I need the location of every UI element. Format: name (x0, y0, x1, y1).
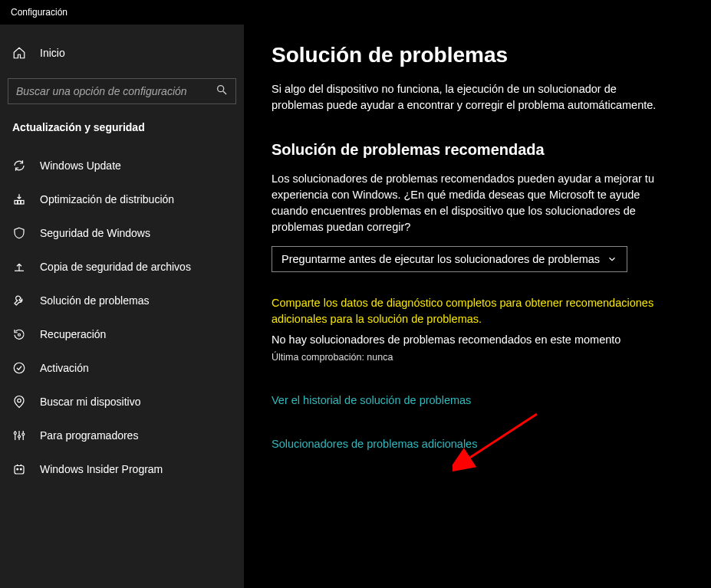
svg-point-7 (18, 399, 21, 402)
check-circle-icon (12, 361, 26, 375)
sidebar-item-windows-security[interactable]: Seguridad de Windows (8, 216, 236, 250)
sidebar-item-label: Windows Insider Program (40, 463, 163, 475)
svg-rect-3 (21, 201, 24, 205)
page-title: Solución de problemas (272, 43, 680, 67)
svg-point-12 (17, 468, 18, 470)
sidebar-item-windows-insider[interactable]: Windows Insider Program (8, 452, 236, 486)
sidebar-item-activation[interactable]: Activación (8, 351, 236, 385)
sidebar-item-label: Copia de seguridad de archivos (40, 261, 191, 273)
page-intro: Si algo del dispositivo no funciona, la … (272, 81, 670, 113)
sidebar-item-label: Optimización de distribución (40, 193, 174, 205)
sidebar-item-find-my-device[interactable]: Buscar mi dispositivo (8, 385, 236, 419)
sidebar: Inicio Actualización y seguridad Windows… (0, 25, 244, 588)
sidebar-nav-list: Windows Update Optimización de distribuc… (8, 149, 236, 486)
sidebar-item-label: Buscar mi dispositivo (40, 396, 141, 408)
chevron-down-icon (607, 254, 617, 264)
wrench-icon (12, 294, 26, 307)
search-icon (216, 84, 228, 99)
troubleshoot-preference-select[interactable]: Preguntarme antes de ejecutar los soluci… (272, 246, 627, 272)
home-nav[interactable]: Inicio (8, 38, 236, 67)
svg-rect-4 (18, 201, 21, 205)
share-diagnostics-link[interactable]: Comparte los datos de diagnóstico comple… (272, 295, 670, 327)
recovery-icon (12, 327, 26, 341)
svg-point-8 (14, 432, 16, 435)
svg-point-13 (20, 468, 21, 470)
window-title: Configuración (11, 7, 67, 18)
shield-icon (12, 226, 26, 240)
sidebar-item-label: Windows Update (40, 159, 121, 172)
sidebar-item-troubleshoot[interactable]: Solución de problemas (8, 284, 236, 317)
svg-rect-2 (15, 201, 18, 205)
section-title: Solución de problemas recomendada (272, 141, 680, 159)
section-body: Los solucionadores de problemas recomend… (272, 171, 670, 235)
svg-point-0 (218, 86, 224, 92)
window-titlebar: Configuración (0, 0, 711, 25)
view-history-link[interactable]: Ver el historial de solución de problema… (272, 394, 471, 406)
select-value: Preguntarme antes de ejecutar los soluci… (281, 253, 600, 265)
last-check-text: Última comprobación: nunca (272, 352, 680, 363)
search-input-container[interactable] (8, 78, 236, 104)
sidebar-section-title: Actualización y seguridad (8, 121, 236, 141)
sidebar-item-recovery[interactable]: Recuperación (8, 317, 236, 351)
home-icon (12, 46, 26, 60)
svg-line-1 (223, 91, 226, 94)
sidebar-item-for-developers[interactable]: Para programadores (8, 419, 236, 452)
main-content: Solución de problemas Si algo del dispos… (244, 25, 711, 588)
sidebar-item-delivery-optimization[interactable]: Optimización de distribución (8, 182, 236, 216)
svg-point-5 (18, 333, 21, 336)
sliders-icon (12, 429, 26, 442)
sidebar-item-label: Seguridad de Windows (40, 227, 150, 239)
svg-point-9 (18, 435, 21, 438)
upload-icon (12, 260, 26, 274)
additional-troubleshooters-link[interactable]: Solucionadores de problemas adicionales (272, 438, 477, 450)
svg-rect-11 (15, 466, 24, 475)
svg-point-10 (22, 433, 25, 435)
sidebar-item-backup[interactable]: Copia de seguridad de archivos (8, 250, 236, 284)
sidebar-item-label: Para programadores (40, 429, 138, 442)
sidebar-item-label: Solución de problemas (40, 294, 149, 307)
download-grid-icon (12, 192, 26, 206)
sidebar-item-label: Activación (40, 362, 89, 374)
search-input[interactable] (16, 85, 216, 97)
sync-icon (12, 159, 26, 172)
no-recommended-text: No hay solucionadores de problemas recom… (272, 333, 680, 346)
svg-point-6 (14, 363, 25, 373)
location-icon (12, 395, 26, 409)
home-label: Inicio (40, 47, 65, 59)
sidebar-item-label: Recuperación (40, 328, 106, 340)
insider-icon (12, 462, 26, 476)
sidebar-item-windows-update[interactable]: Windows Update (8, 149, 236, 182)
